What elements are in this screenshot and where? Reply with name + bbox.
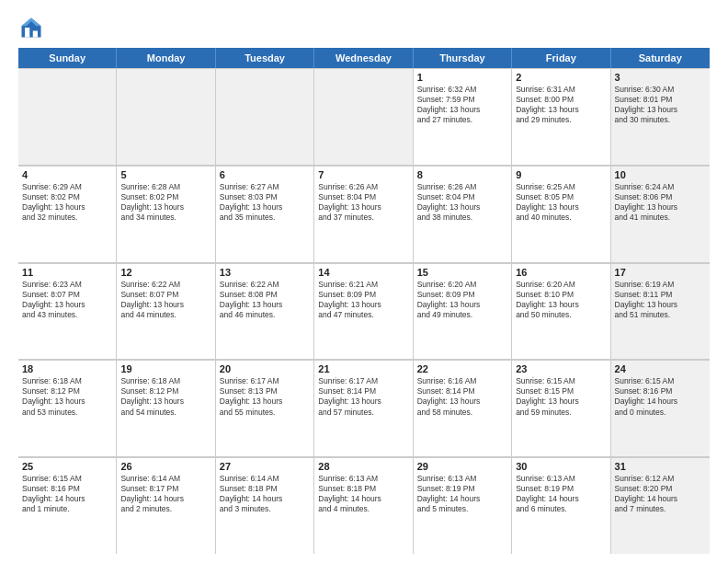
cell-line: and 3 minutes. [220,504,310,514]
cell-line: and 59 minutes. [516,408,606,418]
day-cell-3: 3Sunrise: 6:30 AMSunset: 8:01 PMDaylight… [611,68,710,165]
cell-line: Sunset: 8:12 PM [120,386,210,396]
cell-line: Daylight: 13 hours [22,300,112,310]
cell-line: Sunset: 8:07 PM [22,290,112,300]
day-number: 4 [22,169,112,180]
cell-line: Sunrise: 6:15 AM [516,376,606,386]
cell-line: Daylight: 14 hours [22,494,112,504]
cell-line: Daylight: 13 hours [516,202,606,213]
cell-line: Daylight: 13 hours [318,202,408,213]
header-day-friday: Friday [512,48,610,68]
day-cell-18: 18Sunrise: 6:18 AMSunset: 8:12 PMDayligh… [18,360,117,456]
cell-line: Sunset: 8:09 PM [318,290,408,300]
svg-rect-3 [33,31,38,38]
cell-line: and 44 minutes. [120,310,210,320]
cell-line: Sunrise: 6:15 AM [615,376,706,386]
cell-line: and 38 minutes. [417,213,507,223]
cell-line: Sunset: 8:02 PM [22,192,112,202]
day-number: 14 [318,267,408,278]
cell-line: and 57 minutes. [318,408,408,418]
day-number: 28 [318,461,408,472]
cell-line: Sunset: 8:03 PM [220,192,310,202]
cell-line: and 53 minutes. [22,408,112,418]
day-cell-5: 5Sunrise: 6:28 AMSunset: 8:02 PMDaylight… [117,166,215,262]
cell-line: Daylight: 14 hours [220,494,310,504]
cell-line: Daylight: 13 hours [615,202,706,213]
cell-line: Sunset: 8:04 PM [318,192,408,202]
cell-line: Daylight: 13 hours [417,105,507,115]
day-number: 31 [615,461,706,472]
cell-line: and 7 minutes. [615,504,706,514]
cell-line: Sunset: 8:02 PM [120,192,210,202]
cell-line: Daylight: 13 hours [516,300,606,310]
day-number: 25 [22,461,112,472]
day-number: 12 [120,267,210,278]
cell-line: Sunrise: 6:19 AM [615,280,706,290]
day-number: 6 [220,169,310,180]
day-cell-31: 31Sunrise: 6:12 AMSunset: 8:20 PMDayligh… [611,457,710,554]
cell-line: Sunset: 8:01 PM [615,95,706,105]
cell-line: Daylight: 14 hours [615,396,706,407]
cell-line: Sunrise: 6:26 AM [417,182,507,192]
cell-line: and 47 minutes. [318,310,408,320]
day-cell-22: 22Sunrise: 6:16 AMSunset: 8:14 PMDayligh… [414,360,512,456]
week-row-3: 11Sunrise: 6:23 AMSunset: 8:07 PMDayligh… [18,263,710,361]
cell-line: and 54 minutes. [120,408,210,418]
day-cell-15: 15Sunrise: 6:20 AMSunset: 8:09 PMDayligh… [414,263,512,360]
cell-line: Daylight: 13 hours [22,396,112,407]
cell-line: Sunrise: 6:13 AM [318,474,408,484]
cell-line: Daylight: 14 hours [615,494,706,504]
cell-line: and 37 minutes. [318,213,408,223]
cell-line: Sunset: 8:15 PM [516,386,606,396]
day-cell-2: 2Sunrise: 6:31 AMSunset: 8:00 PMDaylight… [512,68,610,165]
cell-line: Sunrise: 6:32 AM [417,85,507,95]
cell-line: Daylight: 13 hours [615,105,706,115]
cell-line: and 34 minutes. [120,213,210,223]
day-number: 30 [516,461,606,472]
cell-line: Sunrise: 6:20 AM [417,280,507,290]
day-cell-8: 8Sunrise: 6:26 AMSunset: 8:04 PMDaylight… [414,166,512,262]
day-cell-12: 12Sunrise: 6:22 AMSunset: 8:07 PMDayligh… [117,263,215,360]
cell-line: and 27 minutes. [417,115,507,125]
empty-cell [18,68,117,165]
cell-line: Sunrise: 6:20 AM [516,280,606,290]
cell-line: Daylight: 13 hours [516,105,606,115]
cell-line: and 43 minutes. [22,310,112,320]
day-number: 15 [417,267,507,278]
cell-line: Sunrise: 6:28 AM [120,182,210,192]
header-day-tuesday: Tuesday [216,48,314,68]
day-cell-29: 29Sunrise: 6:13 AMSunset: 8:19 PMDayligh… [414,457,512,554]
header-day-wednesday: Wednesday [314,48,413,68]
day-number: 23 [516,363,606,374]
cell-line: Sunset: 8:16 PM [22,484,112,494]
cell-line: Sunrise: 6:21 AM [318,280,408,290]
cell-line: and 2 minutes. [120,504,210,514]
day-cell-16: 16Sunrise: 6:20 AMSunset: 8:10 PMDayligh… [512,263,610,360]
day-number: 8 [417,169,507,180]
cell-line: Daylight: 13 hours [220,396,310,407]
cell-line: Sunset: 8:20 PM [615,484,706,494]
cell-line: Sunset: 8:17 PM [120,484,210,494]
cell-line: Sunset: 8:18 PM [220,484,310,494]
cell-line: Daylight: 13 hours [120,300,210,310]
calendar: SundayMondayTuesdayWednesdayThursdayFrid… [18,48,710,554]
cell-line: Sunrise: 6:30 AM [615,85,706,95]
cell-line: Sunrise: 6:15 AM [22,474,112,484]
cell-line: Daylight: 13 hours [417,300,507,310]
cell-line: Sunset: 8:11 PM [615,290,706,300]
day-cell-9: 9Sunrise: 6:25 AMSunset: 8:05 PMDaylight… [512,166,610,262]
cell-line: Daylight: 13 hours [220,202,310,213]
day-number: 27 [220,461,310,472]
cell-line: Sunrise: 6:18 AM [22,376,112,386]
cell-line: Daylight: 13 hours [220,300,310,310]
cell-line: Sunset: 8:00 PM [516,95,606,105]
day-number: 24 [615,363,706,374]
day-cell-19: 19Sunrise: 6:18 AMSunset: 8:12 PMDayligh… [117,360,215,456]
cell-line: Sunset: 8:07 PM [120,290,210,300]
cell-line: Sunrise: 6:27 AM [220,182,310,192]
cell-line: and 30 minutes. [615,115,706,125]
cell-line: Sunrise: 6:16 AM [417,376,507,386]
calendar-header: SundayMondayTuesdayWednesdayThursdayFrid… [18,48,710,68]
day-cell-30: 30Sunrise: 6:13 AMSunset: 8:19 PMDayligh… [512,457,610,554]
week-row-2: 4Sunrise: 6:29 AMSunset: 8:02 PMDaylight… [18,166,710,263]
